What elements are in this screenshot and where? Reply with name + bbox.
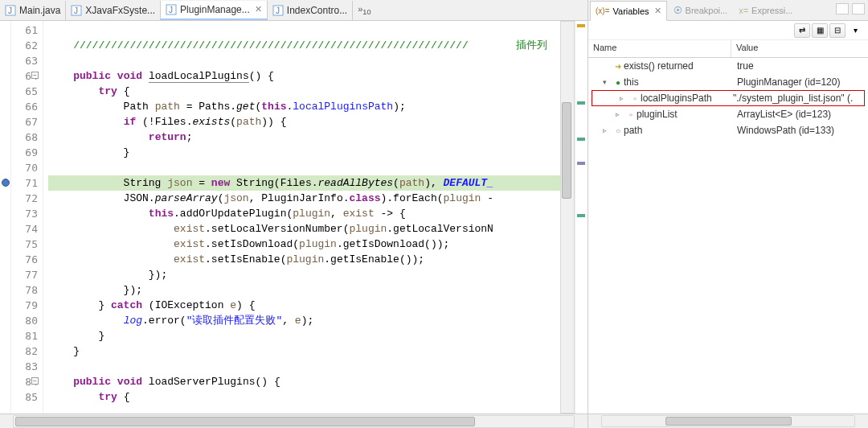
show-type-names-button[interactable]: ⇄: [794, 23, 810, 38]
code-line[interactable]: exist.setIsEnable(plugin.getIsEnable());: [48, 252, 575, 267]
variable-value: ArrayList<E> (id=123): [737, 109, 868, 120]
variables-tree[interactable]: ➜ exists() returnedtrue▾● thisPluginMana…: [588, 58, 868, 414]
variables-tabs: (x)= Variables ✕ ⦿ Breakpoi... x= Expres…: [588, 0, 868, 21]
gutter-line: 80: [11, 313, 38, 328]
expander-icon[interactable]: ▹: [616, 110, 625, 118]
java-icon: J: [272, 5, 284, 16]
svg-text:J: J: [74, 6, 78, 15]
fold-toggle[interactable]: −: [31, 377, 39, 385]
gutter-line: 62: [11, 38, 38, 53]
variable-row[interactable]: ▾● thisPluginManager (id=120): [588, 74, 868, 90]
code-line[interactable]: Path path = Paths.get(this.localPluginsP…: [48, 99, 575, 114]
java-icon: J: [5, 5, 16, 16]
code-line[interactable]: }: [48, 344, 575, 359]
tab-variables[interactable]: (x)= Variables ✕: [590, 1, 667, 21]
code-line[interactable]: }: [48, 328, 575, 344]
gutter-line: 84−: [11, 374, 38, 389]
gutter-line: 71: [11, 175, 38, 191]
variable-value: "./system_plugin_list.json" (.: [733, 93, 864, 104]
variable-name: pluginList: [637, 109, 678, 120]
svg-text:J: J: [276, 6, 280, 15]
hscroll-thumb[interactable]: [15, 417, 475, 426]
variable-row[interactable]: ▹▫ localPluginsPath"./system_plugin_list…: [592, 90, 865, 106]
marker-column: [0, 21, 11, 414]
expander-icon[interactable]: ▹: [620, 94, 629, 102]
column-name[interactable]: Name: [588, 40, 731, 57]
tab-breakpoints[interactable]: ⦿ Breakpoi...: [669, 3, 733, 18]
code-line[interactable]: log.error("读取插件配置失败", e);: [48, 313, 575, 328]
variable-row[interactable]: ➜ exists() returnedtrue: [588, 58, 868, 74]
tab-indexcontroller[interactable]: J IndexContro...: [268, 1, 353, 20]
tab-main-java[interactable]: J Main.java: [0, 1, 66, 20]
vscroll-thumb[interactable]: [562, 102, 571, 199]
hscroll-thumb[interactable]: [665, 417, 792, 426]
code-line[interactable]: String json = new String(Files.readAllBy…: [48, 175, 575, 191]
code-line[interactable]: public void loadLocalPlugins() {: [48, 68, 575, 84]
overview-marker: [577, 138, 585, 141]
gutter-line: 76: [11, 252, 38, 267]
comment-tail: 插件列: [516, 38, 547, 53]
code-line[interactable]: ////////////////////////////////////////…: [48, 38, 575, 53]
gutter-line: 63: [11, 53, 38, 68]
gutter-line: 66: [11, 99, 38, 114]
code-area[interactable]: 插件列 ////////////////////////////////////…: [43, 21, 575, 414]
gutter-line: 65: [11, 84, 38, 99]
expander-icon[interactable]: ▾: [603, 78, 612, 86]
code-line[interactable]: this.addOrUpdatePlugin(plugin, exist -> …: [48, 206, 575, 221]
editor-panel: J Main.java J XJavaFxSyste... J PluginMa…: [0, 0, 588, 428]
code-line[interactable]: try {: [48, 389, 575, 405]
panel-controls: [836, 3, 865, 14]
variable-icon: ➜: [612, 62, 624, 71]
horizontal-scrollbar[interactable]: [0, 414, 588, 428]
code-line[interactable]: }: [48, 145, 575, 160]
close-icon[interactable]: ✕: [654, 6, 661, 16]
tab-label: Variables: [613, 6, 649, 16]
breakpoint-marker[interactable]: [2, 179, 10, 187]
column-value[interactable]: Value: [731, 40, 868, 57]
tab-xjavafx[interactable]: J XJavaFxSyste...: [66, 1, 161, 20]
code-line[interactable]: [48, 160, 575, 175]
code-line[interactable]: [48, 23, 575, 38]
vertical-scrollbar[interactable]: [560, 21, 575, 414]
gutter-line: 72: [11, 191, 38, 206]
close-icon[interactable]: ✕: [255, 4, 262, 14]
tab-overflow-indicator[interactable]: »10: [353, 4, 375, 16]
code-line[interactable]: [48, 53, 575, 68]
variable-row[interactable]: ▹▫ pluginListArrayList<E> (id=123): [588, 106, 868, 122]
code-line[interactable]: JSON.parseArray(json, PluginJarInfo.clas…: [48, 191, 575, 206]
code-line[interactable]: return;: [48, 130, 575, 145]
java-icon: J: [166, 4, 177, 15]
code-line[interactable]: exist.setLocalVersionNumber(plugin.getLo…: [48, 221, 575, 237]
fold-toggle[interactable]: −: [31, 72, 39, 79]
gutter-line: 81: [11, 328, 38, 344]
minimize-button[interactable]: [836, 3, 849, 14]
code-line[interactable]: try {: [48, 84, 575, 99]
code-line[interactable]: [48, 359, 575, 374]
editor-tabs: J Main.java J XJavaFxSyste... J PluginMa…: [0, 0, 588, 21]
code-line[interactable]: });: [48, 267, 575, 282]
show-logical-button[interactable]: ▦: [812, 23, 828, 38]
variable-value: WindowsPath (id=133): [737, 125, 868, 136]
tab-pluginmanager[interactable]: J PluginManage... ✕: [161, 1, 268, 20]
svg-text:J: J: [169, 6, 173, 14]
editor-body: 61626364−6566676869707172737475767778798…: [0, 21, 588, 414]
code-line[interactable]: public void loadServerPlugins() {: [48, 374, 575, 389]
code-line[interactable]: } catch (IOException e) {: [48, 298, 575, 313]
gutter-line: 69: [11, 145, 38, 160]
code-line[interactable]: exist.setIsDownload(plugin.getIsDownload…: [48, 237, 575, 252]
variable-row[interactable]: ▹○ pathWindowsPath (id=133): [588, 122, 868, 138]
maximize-button[interactable]: [852, 3, 865, 14]
gutter-line: 64−: [11, 68, 38, 84]
view-menu-button[interactable]: ▾: [847, 23, 863, 38]
code-line[interactable]: });: [48, 282, 575, 298]
tab-label: Expressi...: [751, 6, 792, 15]
gutter-line: 68: [11, 130, 38, 145]
tab-expressions[interactable]: x= Expressi...: [734, 3, 797, 18]
expander-icon[interactable]: ▹: [603, 126, 612, 134]
variables-hscroll[interactable]: [588, 414, 868, 428]
code-line[interactable]: if (!Files.exists(path)) {: [48, 114, 575, 130]
gutter-line: 67: [11, 114, 38, 130]
collapse-all-button[interactable]: ⊟: [829, 23, 845, 38]
gutter-line: 70: [11, 160, 38, 175]
variables-toolbar: ⇄ ▦ ⊟ ▾: [588, 21, 868, 40]
